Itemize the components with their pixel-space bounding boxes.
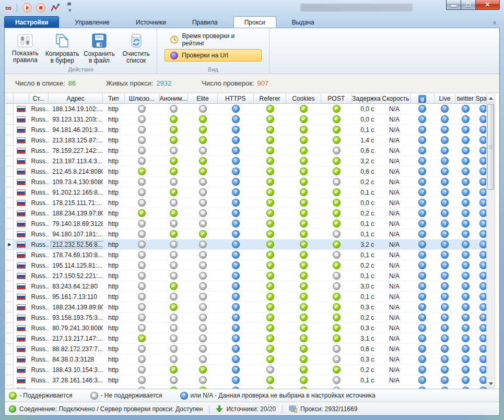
speed-cell: N/A: [381, 292, 410, 302]
scroll-down-arrow[interactable]: [487, 379, 495, 388]
scroll-thumb[interactable]: [487, 104, 494, 190]
proxy-row[interactable]: Russ...93.123.131.203:...http✖✔✔?✔✔✔0,0 …: [6, 114, 490, 125]
proxy-row[interactable]: Russ...178.74.69.130:8...http✖✖✖?✔✔✖0,1 …: [6, 250, 490, 260]
start-button[interactable]: [22, 3, 32, 13]
column-header-speed[interactable]: Скорость: [381, 93, 410, 104]
proxy-row[interactable]: Russ...188.134.19.102:...http✖✖✖?✔✔✔0,0 …: [6, 104, 490, 114]
elite-cell: ✖: [188, 375, 217, 386]
type-cell: http: [103, 219, 125, 229]
column-header-cookies[interactable]: Cookies: [286, 93, 321, 104]
address-cell: [49, 386, 103, 389]
proxy-row[interactable]: Russ...37.28.161.146:3...http✖✖✖?✔✔✖0,1 …: [6, 375, 490, 386]
collapse-ribbon-icon[interactable]: ∧: [493, 19, 500, 28]
proxy-row[interactable]: Russ...84.38.0.3:3128http✖✖✖?✔✔✖0,3 сN/A…: [6, 354, 490, 365]
proxy-row[interactable]: Russ...212.45.8.214:8080http✔✔✔?✔✔✔0,6 с…: [6, 166, 490, 177]
tab-pravila[interactable]: Правила: [182, 16, 228, 28]
russia-flag-icon: [17, 127, 26, 133]
elite-cross-icon: ✖: [199, 209, 207, 217]
url-checks-button[interactable]: Проверки на Url: [165, 49, 262, 62]
proxy-row[interactable]: ▶Russ...212.232.52.56:8...http✖✖✖?✔✔✔3,2…: [6, 239, 490, 250]
proxy-row[interactable]: Russ...80.79.241.30:8080http✖✖✖?✔✔✔0,3 с…: [6, 323, 490, 333]
proxy-row[interactable]: Russ...94.180.107.181:...http✖✔✔?✔✔✖0,1 …: [6, 229, 490, 239]
scroll-up-arrow[interactable]: [487, 94, 495, 103]
graph-tool-icon[interactable]: [50, 3, 60, 13]
proxy-row[interactable]: Russ...78.159.227.142:...http✖✖✖?✔✔✖0,6 …: [6, 146, 490, 156]
maximize-button[interactable]: [461, 0, 476, 10]
proxy-row[interactable]: Russ...195.114.125.81:...http✖✖✖?✔✔✔0,2 …: [6, 260, 490, 271]
proxy-row[interactable]: Russ...91.202.12.165:8...http✖✔✖?✔✔✔0,1 …: [6, 187, 490, 198]
column-header-post[interactable]: POST: [321, 93, 352, 104]
country-cell: Russ...: [29, 219, 49, 229]
status-bar: Соединение: Подключено / Сервер проверки…: [5, 402, 499, 415]
minimize-button[interactable]: ▬: [446, 0, 461, 10]
proxy-row[interactable]: Russ...188.43.10.154:3...http✖✔✔?✖✔✔0,2 …: [6, 365, 490, 375]
column-header-address[interactable]: Адрес: [49, 93, 103, 104]
post-cell: ✔: [321, 323, 351, 333]
proxy-row[interactable]: Russ...213.187.113.4:3...http✖✔✔?✔✔✔3,2 …: [6, 156, 490, 166]
proxy-row[interactable]: Russ...79.140.18.69:3128http✖✖✖?✔✔✔0,1 с…: [6, 219, 490, 229]
show-rules-button[interactable]: Показать правила: [8, 30, 43, 65]
https-cell: ?: [218, 198, 254, 208]
elite-cell: ✖: [188, 281, 217, 292]
column-header-elite[interactable]: Elite: [188, 93, 217, 104]
column-header-type[interactable]: Тип: [103, 93, 125, 104]
referer-cell: ✔: [254, 333, 286, 344]
clear-list-button[interactable]: Очистить список: [119, 30, 154, 65]
tab-istochniki[interactable]: Источники: [125, 16, 177, 28]
tab-proksi[interactable]: Прокси: [233, 16, 276, 28]
twitter-question-icon: ?: [462, 220, 470, 227]
gateway-cross-icon: ✖: [138, 178, 146, 186]
proxy-row[interactable]: Russ...217.150.52.221:...http✖✖✖?✔✔✖0,1 …: [6, 271, 490, 281]
proxy-row[interactable]: Russ...178.215.111.71:...http✖✖✖?✔✔✔0,0 …: [6, 198, 490, 208]
customize-toolbar-dropdown-icon[interactable]: ▀▼: [67, 3, 72, 13]
address-text: 94.181.46.201:3...: [51, 126, 103, 134]
gateway-cell: ✖: [125, 198, 159, 208]
table-header-row: Ст...АдресТипШлюзо...Аноним...EliteHTTPS…: [6, 93, 490, 104]
column-header-row-gutter[interactable]: [6, 93, 14, 104]
gateway-cell: ✖: [125, 177, 159, 187]
google-question-icon: ?: [418, 115, 426, 123]
proxy-row[interactable]: Russ...217.13.217.147:...http✔✖✖?✔✔✔3,1 …: [6, 333, 490, 344]
tab-vydacha[interactable]: Выдача: [282, 16, 325, 28]
elite-cell: ✔: [188, 386, 217, 389]
proxy-row[interactable]: Russ...95.161.7.13:110http✖✖✖?✔✔✔0,1 сN/…: [6, 292, 490, 302]
copy-to-clipboard-button[interactable]: Копировать в буфер: [45, 30, 80, 65]
proxy-row[interactable]: Russ...93.158.193.75:3...http✖✖✖?✔✔✔0,2 …: [6, 313, 490, 323]
proxy-row[interactable]: ✖✔✔?✔✔✖????: [6, 386, 490, 389]
proxy-row[interactable]: Russ...213.183.125.87:...http✖✔✔?✔✔✔1,4 …: [6, 135, 490, 146]
tab-nastroyki[interactable]: Настройки: [4, 16, 59, 28]
save-to-file-button[interactable]: Сохранить в файл: [82, 30, 117, 65]
column-header-delay[interactable]: Задержка: [352, 93, 381, 104]
row-indicator: [6, 177, 14, 187]
live-cell: ?: [435, 344, 455, 354]
column-header-country[interactable]: Ст...: [29, 93, 49, 104]
proxy-row[interactable]: Russ...109.73.4.130:8080http✖✖✖?✔✔✖0,2 с…: [6, 177, 490, 187]
proxy-row[interactable]: Russ...83.243.64.12:80http✖✔✖?✔✔✖3,0 сN/…: [6, 281, 490, 292]
proxy-row[interactable]: Russ...188.234.139.97:80http✔✔✖?✔✔✔0,2 с…: [6, 208, 490, 219]
column-header-google[interactable]: g: [411, 93, 435, 104]
column-header-anonymous[interactable]: Аноним...: [159, 93, 188, 104]
speed-cell: N/A: [381, 354, 410, 365]
live-cell: ?: [435, 239, 455, 250]
column-header-twitter[interactable]: twitter: [455, 93, 476, 104]
check-time-rating-button[interactable]: Время проверки и рейтинг: [165, 33, 262, 46]
close-button[interactable]: ✕: [476, 0, 500, 10]
russia-flag-icon: [17, 252, 26, 258]
stop-button[interactable]: [36, 3, 45, 13]
column-header-gateway[interactable]: Шлюзо...: [125, 93, 159, 104]
proxy-row[interactable]: Russ...188.234.139.89:80http✖✔✖?✔✔✔0,3 с…: [6, 302, 490, 313]
vertical-scrollbar[interactable]: [486, 93, 495, 388]
post-cross-icon: ✖: [333, 251, 341, 259]
elite-check-icon: ✔: [199, 387, 207, 389]
proxy-row[interactable]: Russ...94.181.46.201:3...http✖✔✔?✔✔✔0,1 …: [6, 125, 490, 135]
address-cell: 195.114.125.81:...: [49, 260, 103, 271]
address-text: 88.82.172.237:7...: [51, 345, 103, 353]
column-header-flag[interactable]: [14, 93, 29, 104]
proxy-row[interactable]: Russ...88.82.172.237:7...http✖✖✖?✔✔✖0,6 …: [6, 344, 490, 354]
column-header-referer[interactable]: Referer: [254, 93, 286, 104]
tab-upravlenie[interactable]: Управление: [64, 16, 120, 28]
https-cell: ?: [218, 292, 254, 302]
column-header-https[interactable]: HTTPS: [218, 93, 254, 104]
column-header-live[interactable]: Live: [435, 93, 455, 104]
referer-check-icon: ✔: [266, 199, 274, 207]
